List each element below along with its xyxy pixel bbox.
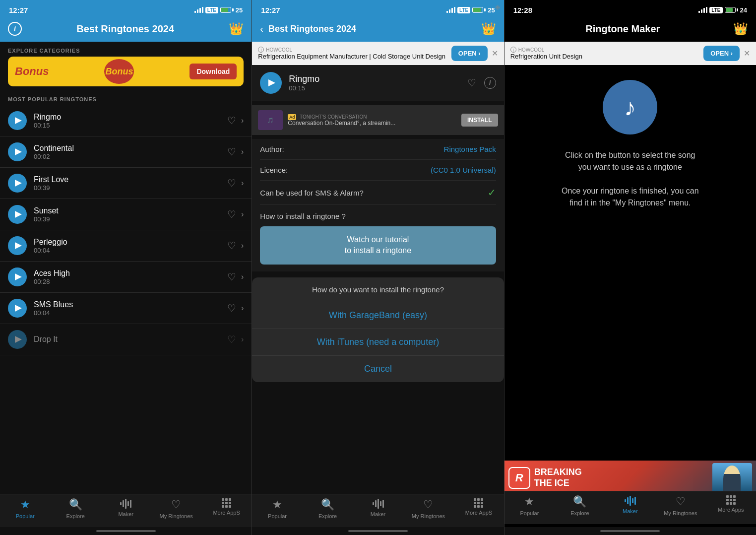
play-button-sunset[interactable]	[8, 205, 27, 224]
nav-moreapps-3[interactable]: More Apps	[706, 495, 756, 516]
nav-moreapps[interactable]: More AppS	[201, 498, 252, 519]
nav-popular-3[interactable]: ★ Popular	[504, 495, 555, 516]
now-playing: Ringmo 00:15 ♡ i	[252, 65, 504, 101]
lte-badge-3: LTE	[709, 7, 722, 13]
heart-icon[interactable]: ♡	[227, 334, 236, 345]
status-bar-3: 12:28 LTE 24	[504, 0, 756, 18]
play-button-smsblues[interactable]	[8, 299, 27, 318]
now-info: Ringmo 00:15	[289, 74, 460, 92]
now-duration: 00:15	[289, 84, 460, 92]
nav-label: More Apps	[718, 507, 744, 513]
nav-label: Popular	[268, 513, 287, 519]
nav-label: Popular	[16, 513, 35, 519]
play-button-aceshigh[interactable]	[8, 268, 27, 286]
grid-icon	[726, 495, 736, 505]
search-icon: 🔍	[69, 498, 82, 511]
heart-icon[interactable]: ♡	[227, 177, 236, 189]
play-button-continental[interactable]	[8, 142, 27, 161]
install-cancel-button[interactable]: Cancel	[252, 356, 504, 382]
ringtone-actions: ♡ ›	[227, 146, 244, 158]
grid-icon	[474, 498, 483, 508]
info-icon[interactable]: i	[8, 22, 22, 36]
list-item[interactable]: Aces High 00:28 ♡ ›	[0, 262, 252, 293]
list-item[interactable]: First Love 00:39 ♡ ›	[0, 168, 252, 199]
search-icon: 🔍	[573, 495, 586, 508]
p3-ad-close-button[interactable]: ✕	[744, 49, 750, 58]
home-indicator-1	[0, 527, 252, 535]
play-button-ringmo[interactable]	[8, 111, 27, 130]
nav-maker[interactable]: Maker	[101, 498, 151, 519]
waveform-icon	[120, 498, 131, 509]
list-item[interactable]: Drop It ♡ ›	[0, 324, 252, 355]
play-button-firstlove[interactable]	[8, 174, 27, 193]
heart-icon[interactable]: ♡	[467, 77, 476, 89]
maker-icon-circle[interactable]: ♪	[603, 80, 657, 134]
status-bar-1: 12:27 LTE 25	[0, 0, 252, 18]
nav-label: More AppS	[213, 510, 240, 516]
ad-close-button[interactable]: ✕	[492, 49, 498, 58]
back-button[interactable]: ‹	[260, 23, 263, 35]
crown-icon-3[interactable]: 👑	[733, 22, 748, 36]
list-item[interactable]: Ringmo 00:15 ♡ ›	[0, 105, 252, 136]
play-button-dropit[interactable]	[8, 330, 27, 349]
nav-label: My Ringtones	[412, 513, 445, 519]
ringtone-duration: 00:15	[34, 122, 220, 129]
install-itunes-button[interactable]: With iTunes (need a computer)	[252, 329, 504, 356]
maker-content: ♪ Click on the button to select the song…	[504, 65, 756, 535]
heart-icon[interactable]: ♡	[227, 271, 236, 283]
ringtone-duration: 00:39	[34, 215, 220, 223]
chevron-right-icon: ›	[241, 304, 244, 313]
nav-myringtones-2[interactable]: ♡ My Ringtones	[403, 498, 453, 519]
play-icon	[15, 273, 22, 280]
nav-popular-2[interactable]: ★ Popular	[252, 498, 302, 519]
nav-maker-3[interactable]: Maker	[605, 495, 655, 516]
author-value[interactable]: Ringtones Pack	[444, 145, 496, 153]
bottom-nav-1: ★ Popular 🔍 Explore Maker ♡ My Ringt	[0, 494, 252, 527]
heart-nav-icon: ♡	[171, 498, 181, 511]
ringtone-name: Perleggio	[34, 238, 220, 247]
p2-header: ‹ Best Ringtones 2024 👑	[252, 18, 504, 42]
phone-2: 12:27 LTE 25 ‹ B	[252, 0, 504, 535]
list-item[interactable]: Perleggio 00:04 ♡ ›	[0, 230, 252, 262]
home-indicator-2	[252, 527, 504, 535]
ringtone-actions: ♡ ›	[227, 302, 244, 314]
heart-icon[interactable]: ♡	[227, 115, 236, 127]
watch-tutorial-button[interactable]: Watch our tutorial to install a ringtone	[260, 226, 496, 265]
heart-icon[interactable]: ♡	[227, 302, 236, 314]
nav-explore[interactable]: 🔍 Explore	[50, 498, 100, 519]
ringtone-info: Sunset 00:39	[34, 206, 220, 223]
play-button-perleggio[interactable]	[8, 236, 27, 255]
nav-explore-2[interactable]: 🔍 Explore	[303, 498, 353, 519]
p3-ad-howcool: i HOWCOOL	[510, 47, 700, 53]
maker-description-2: Once your ringtone is finished, you can …	[561, 185, 699, 209]
heart-icon[interactable]: ♡	[227, 240, 236, 252]
bonus-banner[interactable]: Bonus Bonus Download	[8, 57, 244, 86]
list-item[interactable]: Sunset 00:39 ♡ ›	[0, 199, 252, 230]
nav-explore-3[interactable]: 🔍 Explore	[555, 495, 605, 516]
nav-myringtones[interactable]: ♡ My Ringtones	[151, 498, 201, 519]
p3-ad-banner: i HOWCOOL Refrigeration Unit Design OPEN…	[504, 42, 756, 65]
nav-popular[interactable]: ★ Popular	[0, 498, 50, 519]
signal-icon-3	[698, 7, 707, 13]
list-item[interactable]: SMS Blues 00:04 ♡ ›	[0, 293, 252, 324]
heart-icon[interactable]: ♡	[227, 146, 236, 158]
install-garageband-button[interactable]: With GarageBand (easy)	[252, 302, 504, 329]
nav-maker-2[interactable]: Maker	[353, 498, 403, 519]
bonus-download-btn[interactable]: Download	[189, 64, 237, 79]
p3-bottom-ad[interactable]: R BREAKINGTHE ICE	[504, 461, 756, 495]
crown-icon-1[interactable]: 👑	[229, 22, 244, 36]
play-icon	[15, 242, 22, 249]
heart-icon[interactable]: ♡	[227, 208, 236, 220]
crown-icon-2[interactable]: 👑	[481, 22, 496, 36]
heart-nav-icon: ♡	[676, 495, 686, 508]
nav-moreapps-2[interactable]: More AppS	[453, 498, 504, 519]
now-play-button[interactable]	[260, 72, 282, 94]
nav-myringtones-3[interactable]: ♡ My Ringtones	[655, 495, 705, 516]
list-item[interactable]: Continental 00:02 ♡ ›	[0, 136, 252, 168]
star-icon: ★	[20, 498, 30, 511]
info-icon[interactable]: i	[484, 77, 496, 89]
p3-ad-open-button[interactable]: OPEN ›	[703, 46, 740, 61]
ad-open-button[interactable]: OPEN ›	[451, 46, 488, 61]
licence-value[interactable]: (CC0 1.0 Universal)	[431, 166, 496, 174]
ad2-install-button[interactable]: INSTALL	[461, 114, 498, 127]
